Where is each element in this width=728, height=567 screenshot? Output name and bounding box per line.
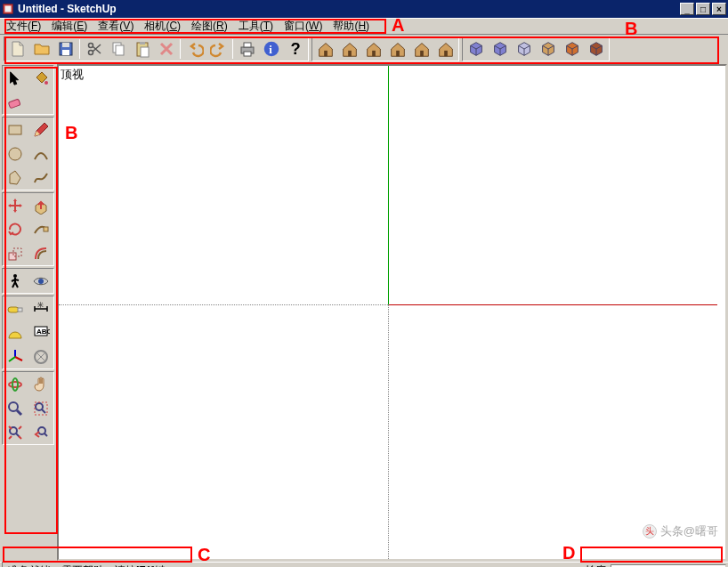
open-button[interactable] [29,38,53,60]
move-tool[interactable] [3,193,28,217]
vcb-label: 长度 [585,563,606,567]
menu-c[interactable]: 相机(C) [140,17,185,36]
red-axis [388,304,717,305]
view-top-button[interactable] [337,38,361,60]
menu-w[interactable]: 窗口(W) [279,17,327,36]
menu-t[interactable]: 工具(T) [234,17,278,36]
window-titlebar: Untitled - SketchUp _ □ × [0,0,728,18]
help-button[interactable]: ? [283,38,307,60]
svg-rect-18 [324,51,328,56]
style-wireframe-button[interactable] [488,38,512,60]
text-tool[interactable]: ABC [28,320,53,344]
svg-point-27 [9,148,21,160]
large-toolset: 米ABC [0,63,56,562]
neg-red-axis [59,304,388,305]
svg-rect-14 [244,52,251,56]
modeling-viewport[interactable]: 顶视 头 头条@曙哥 [57,64,727,561]
axes-tool[interactable] [3,344,28,369]
rotate-tool[interactable] [3,217,28,241]
svg-line-47 [42,409,45,413]
view-back-button[interactable] [409,38,433,60]
svg-point-51 [38,427,45,434]
menu-v[interactable]: 查看(V) [93,17,138,36]
dimension-tool[interactable]: 米 [28,296,53,320]
side-group-2 [2,192,54,266]
pan-tool[interactable] [28,372,53,396]
line-tool[interactable] [28,117,53,142]
status-bar: 准备就绪。需要帮助，请按[F1]键。 长度 [0,562,728,567]
svg-text:ABC: ABC [36,328,50,336]
look-tool[interactable] [28,269,53,293]
side-group-0 [2,65,54,115]
copy-button[interactable] [106,38,130,60]
side-group-3: 米ABC [2,296,54,369]
print-button[interactable] [235,38,259,60]
svg-point-32 [38,279,44,284]
style-shaded-tex-button[interactable] [560,38,584,60]
maximize-button[interactable]: □ [696,3,710,15]
model-info-button[interactable]: i [259,38,283,60]
arc-tool[interactable] [28,142,53,166]
protractor-tool[interactable] [3,320,28,344]
svg-point-42 [9,382,21,387]
paste-button[interactable] [130,38,154,60]
style-mono-button[interactable] [584,38,608,60]
svg-point-43 [12,378,18,391]
svg-rect-21 [396,51,400,56]
svg-rect-3 [62,43,69,47]
measurement-input[interactable] [611,564,726,568]
scale-tool[interactable] [3,241,28,265]
svg-point-24 [44,81,48,85]
new-button[interactable] [5,38,29,60]
offset-tool[interactable] [28,241,53,265]
eraser-tool[interactable] [3,90,28,114]
svg-line-52 [44,433,47,436]
view-left-button[interactable] [433,38,457,60]
menu-h[interactable]: 帮助(H) [328,17,374,36]
orbit-tool[interactable] [3,372,28,396]
view-front-button[interactable] [361,38,385,60]
menu-e[interactable]: 编辑(E) [47,17,92,36]
save-button[interactable] [53,38,77,60]
followme-tool[interactable] [28,217,53,241]
style-hidden-line-button[interactable] [512,38,536,60]
select-tool[interactable] [3,66,28,90]
svg-text:i: i [269,44,272,56]
close-button[interactable]: × [712,3,726,15]
undo-button[interactable] [182,38,206,60]
zoom-tool[interactable] [3,396,28,420]
svg-point-31 [13,274,17,278]
rectangle-tool[interactable] [3,117,28,142]
zoom-extents-tool[interactable] [3,420,28,444]
zoom-window-tool[interactable] [28,396,53,420]
svg-rect-1 [5,6,12,12]
watermark-icon: 头 [643,524,657,539]
face-style-toolbar [462,36,610,61]
menu-f[interactable]: 文件(F) [2,17,45,36]
previous-tool[interactable] [28,420,53,444]
minimize-button[interactable]: _ [680,3,694,15]
paint-bucket-tool[interactable] [28,66,53,90]
svg-rect-8 [116,45,124,55]
view-iso-button[interactable] [313,38,337,60]
pushpull-tool[interactable] [28,193,53,217]
polygon-tool[interactable] [3,166,28,190]
erase-button[interactable] [154,38,178,60]
circle-tool[interactable] [3,142,28,166]
view-right-button[interactable] [385,38,409,60]
style-shaded-button[interactable] [536,38,560,60]
tape-tool[interactable] [3,296,28,320]
walk-tool[interactable] [3,269,28,293]
section-tool[interactable] [28,344,53,369]
svg-rect-26 [9,126,21,134]
style-xray-button[interactable] [464,38,488,60]
redo-button[interactable] [206,38,231,60]
freehand-tool[interactable] [28,166,53,190]
svg-rect-20 [372,51,376,56]
menu-bar: 文件(F)编辑(E)查看(V)相机(C)绘图(R)工具(T)窗口(W)帮助(H) [0,18,728,35]
svg-text:米: 米 [37,302,44,308]
svg-rect-13 [244,43,251,47]
menu-r[interactable]: 绘图(R) [187,17,232,36]
cut-button[interactable] [82,38,106,60]
svg-line-45 [17,410,21,415]
